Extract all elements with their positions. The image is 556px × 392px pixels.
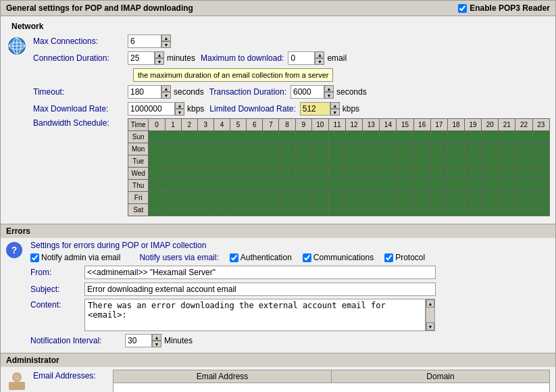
grid-cell-tue-7[interactable] <box>263 155 279 168</box>
timeout-spinner[interactable]: ▲ ▼ seconds <box>128 85 209 99</box>
max-download-rate-down[interactable]: ▼ <box>175 109 184 116</box>
grid-cell-fri-8[interactable] <box>279 192 295 204</box>
grid-cell-wed-12[interactable] <box>346 168 363 180</box>
grid-cell-tue-18[interactable] <box>447 155 464 168</box>
transaction-duration-spinner[interactable]: ▲ ▼ seconds <box>290 85 372 99</box>
grid-cell-tue-10[interactable] <box>311 155 328 168</box>
grid-cell-wed-3[interactable] <box>197 168 213 180</box>
grid-cell-sun-10[interactable] <box>311 131 328 143</box>
connection-duration-down[interactable]: ▼ <box>155 58 164 65</box>
grid-cell-fri-10[interactable] <box>311 192 328 204</box>
grid-cell-mon-19[interactable] <box>465 143 482 155</box>
grid-cell-fri-0[interactable] <box>149 192 165 204</box>
communications-checkbox[interactable] <box>303 253 311 262</box>
grid-cell-fri-23[interactable] <box>532 192 549 204</box>
grid-cell-wed-16[interactable] <box>413 168 430 180</box>
grid-cell-sun-14[interactable] <box>380 131 397 143</box>
grid-cell-mon-2[interactable] <box>181 143 197 155</box>
grid-cell-thu-10[interactable] <box>311 180 328 192</box>
limited-download-rate-down[interactable]: ▼ <box>330 109 340 116</box>
auth-checkbox-group[interactable]: Authentication <box>230 253 292 262</box>
grid-cell-fri-9[interactable] <box>295 192 311 204</box>
grid-cell-sun-16[interactable] <box>413 131 430 143</box>
grid-cell-tue-16[interactable] <box>413 155 430 168</box>
grid-cell-thu-6[interactable] <box>247 180 263 192</box>
max-download-spinners[interactable]: ▲ ▼ <box>315 51 324 65</box>
grid-cell-sun-7[interactable] <box>263 131 279 143</box>
grid-cell-sun-8[interactable] <box>279 131 295 143</box>
grid-cell-mon-4[interactable] <box>213 143 230 155</box>
grid-cell-sat-7[interactable] <box>263 204 279 216</box>
grid-cell-fri-6[interactable] <box>247 192 263 204</box>
grid-cell-sat-1[interactable] <box>165 204 181 216</box>
grid-cell-sun-22[interactable] <box>515 131 532 143</box>
grid-cell-mon-9[interactable] <box>295 143 311 155</box>
grid-cell-wed-20[interactable] <box>482 168 499 180</box>
limited-download-rate-spinner[interactable]: ▲ ▼ kbps <box>300 102 365 116</box>
grid-cell-sun-5[interactable] <box>230 131 247 143</box>
timeout-spinners[interactable]: ▲ ▼ <box>161 85 171 99</box>
grid-cell-thu-8[interactable] <box>279 180 295 192</box>
grid-cell-sat-19[interactable] <box>465 204 482 216</box>
grid-cell-fri-16[interactable] <box>413 192 430 204</box>
grid-cell-sat-16[interactable] <box>413 204 430 216</box>
max-download-rate-spinner[interactable]: ▲ ▼ kbps <box>128 102 209 116</box>
timeout-input[interactable] <box>128 85 161 99</box>
notification-interval-down[interactable]: ▼ <box>152 341 161 347</box>
grid-cell-thu-12[interactable] <box>346 180 363 192</box>
timeout-up[interactable]: ▲ <box>161 85 171 92</box>
max-download-down[interactable]: ▼ <box>315 58 324 65</box>
grid-cell-sat-22[interactable] <box>515 204 532 216</box>
grid-cell-fri-18[interactable] <box>447 192 464 204</box>
grid-cell-sun-6[interactable] <box>247 131 263 143</box>
grid-cell-fri-21[interactable] <box>499 192 515 204</box>
grid-cell-wed-9[interactable] <box>295 168 311 180</box>
grid-cell-sun-23[interactable] <box>532 131 549 143</box>
max-download-input[interactable] <box>288 51 315 65</box>
grid-cell-wed-14[interactable] <box>380 168 397 180</box>
grid-cell-thu-17[interactable] <box>430 180 447 192</box>
grid-cell-wed-1[interactable] <box>165 168 181 180</box>
grid-cell-thu-19[interactable] <box>465 180 482 192</box>
grid-cell-mon-14[interactable] <box>380 143 397 155</box>
grid-cell-mon-7[interactable] <box>263 143 279 155</box>
grid-cell-sun-17[interactable] <box>430 131 447 143</box>
grid-cell-tue-13[interactable] <box>363 155 380 168</box>
grid-cell-sat-23[interactable] <box>532 204 549 216</box>
grid-cell-sat-9[interactable] <box>295 204 311 216</box>
grid-cell-mon-1[interactable] <box>165 143 181 155</box>
grid-cell-fri-20[interactable] <box>482 192 499 204</box>
grid-cell-tue-14[interactable] <box>380 155 397 168</box>
max-connections-input[interactable] <box>128 34 161 48</box>
grid-cell-fri-14[interactable] <box>380 192 397 204</box>
notification-interval-spinner[interactable]: ▲ ▼ Minutes <box>125 334 198 347</box>
grid-cell-wed-4[interactable] <box>213 168 230 180</box>
grid-cell-thu-23[interactable] <box>532 180 549 192</box>
grid-cell-mon-23[interactable] <box>532 143 549 155</box>
grid-cell-tue-11[interactable] <box>328 155 345 168</box>
grid-cell-mon-5[interactable] <box>230 143 247 155</box>
connection-duration-spinners[interactable]: ▲ ▼ <box>155 51 164 65</box>
grid-cell-fri-17[interactable] <box>430 192 447 204</box>
grid-cell-tue-0[interactable] <box>149 155 165 168</box>
protocol-checkbox[interactable] <box>384 253 393 262</box>
grid-cell-wed-10[interactable] <box>311 168 328 180</box>
grid-cell-thu-22[interactable] <box>515 180 532 192</box>
notify-admin-group[interactable]: Notify admin via email <box>30 253 120 262</box>
grid-cell-sat-15[interactable] <box>397 204 413 216</box>
connection-duration-spinner[interactable]: ▲ ▼ minutes <box>128 51 201 65</box>
authentication-checkbox[interactable] <box>230 253 238 262</box>
limited-download-rate-up[interactable]: ▲ <box>330 102 340 109</box>
scroll-up-arrow[interactable]: ▲ <box>426 299 434 308</box>
grid-cell-tue-23[interactable] <box>532 155 549 168</box>
grid-cell-wed-18[interactable] <box>447 168 464 180</box>
grid-cell-tue-2[interactable] <box>181 155 197 168</box>
grid-cell-sun-20[interactable] <box>482 131 499 143</box>
grid-cell-thu-13[interactable] <box>363 180 380 192</box>
connection-duration-input[interactable] <box>128 51 155 65</box>
notification-interval-input[interactable] <box>125 334 152 347</box>
grid-cell-sun-13[interactable] <box>363 131 380 143</box>
grid-cell-fri-2[interactable] <box>181 192 197 204</box>
grid-cell-tue-17[interactable] <box>430 155 447 168</box>
grid-cell-sat-18[interactable] <box>447 204 464 216</box>
